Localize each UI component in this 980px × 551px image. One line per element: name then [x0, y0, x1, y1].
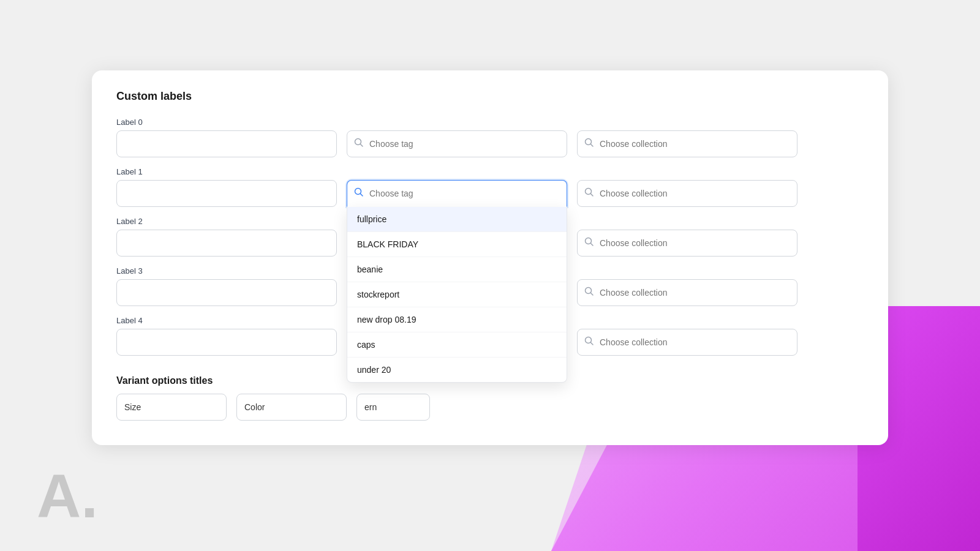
label-0-name: Label 0: [116, 118, 864, 127]
labels-grid: Label 0: [116, 118, 864, 370]
label-0-tag-wrapper: [347, 130, 567, 157]
variant-pattern-input[interactable]: [356, 394, 430, 421]
label-4-collection-wrapper: [577, 329, 797, 356]
variant-inputs: [116, 394, 864, 421]
variant-size-input[interactable]: [116, 394, 227, 421]
label-1-row: Label 1 fullprice: [116, 167, 864, 207]
custom-labels-title: Custom labels: [116, 90, 864, 103]
dropdown-item-beanie[interactable]: beanie: [347, 257, 567, 282]
label-1-tag-search-wrapper: [347, 180, 567, 207]
dropdown-item-fullprice[interactable]: fullprice: [347, 207, 567, 232]
label-1-fields: fullprice BLACK FRIDAY beanie stockrepor…: [116, 180, 864, 207]
main-card: Custom labels Label 0: [92, 70, 888, 445]
dropdown-item-under20[interactable]: under 20: [347, 358, 567, 382]
label-0-row: Label 0: [116, 118, 864, 157]
label-3-collection-input[interactable]: [577, 279, 797, 306]
tag-dropdown-menu: fullprice BLACK FRIDAY beanie stockrepor…: [347, 207, 567, 383]
dropdown-item-blackfriday[interactable]: BLACK FRIDAY: [347, 232, 567, 257]
label-2-collection-input[interactable]: [577, 230, 797, 257]
label-1-collection-wrapper: [577, 180, 797, 207]
label-2-collection-wrapper: [577, 230, 797, 257]
label-3-collection-wrapper: [577, 279, 797, 306]
label-3-text-input[interactable]: [116, 279, 337, 306]
label-0-text-input[interactable]: [116, 130, 337, 157]
logo-a: A.: [37, 465, 98, 527]
label-1-collection-input[interactable]: [577, 180, 797, 207]
label-2-text-input[interactable]: [116, 230, 337, 257]
dropdown-item-newdrop[interactable]: new drop 08.19: [347, 307, 567, 332]
label-0-fields: [116, 130, 864, 157]
label-1-tag-input[interactable]: [347, 180, 567, 207]
variant-color-input[interactable]: [236, 394, 347, 421]
label-0-collection-wrapper: [577, 130, 797, 157]
label-0-tag-input[interactable]: [347, 130, 567, 157]
label-4-collection-input[interactable]: [577, 329, 797, 356]
label-1-text-input[interactable]: [116, 180, 337, 207]
label-4-text-input[interactable]: [116, 329, 337, 356]
dropdown-item-caps[interactable]: caps: [347, 332, 567, 358]
dropdown-item-stockreport[interactable]: stockreport: [347, 282, 567, 307]
label-1-tag-dropdown-wrapper: fullprice BLACK FRIDAY beanie stockrepor…: [347, 180, 567, 207]
label-0-collection-input[interactable]: [577, 130, 797, 157]
label-1-name: Label 1: [116, 167, 864, 176]
